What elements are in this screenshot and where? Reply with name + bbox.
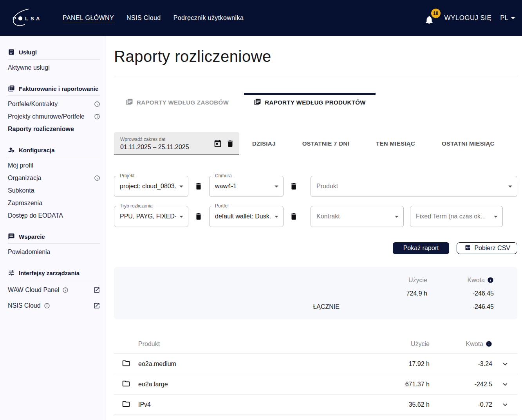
fixed-term-select[interactable]: Fixed Term (na czas ok... [410,206,503,227]
clear-project-button[interactable] [194,182,203,191]
clear-date-button[interactable] [226,139,235,148]
table-row[interactable]: eo2a.medium 17.92 h -3.24 [114,354,517,374]
info-icon[interactable] [94,175,100,181]
report-tab[interactable]: RAPORTY WEDŁUG ZASOBÓW [116,93,238,112]
wallet-select[interactable]: Portfel default wallet: Dusk... [209,206,284,227]
product-usage: 35.62 h [351,401,430,408]
trash-icon [226,139,235,148]
folder-icon [122,400,138,410]
billing-mode-value: PPU, PAYG, FIXED-T... [120,213,176,220]
cloud-select-label: Chmura [213,173,233,178]
nav-link[interactable]: NSIS Cloud [126,14,161,22]
info-icon[interactable] [44,303,50,309]
quick-ranges: DZISIAJOSTATNIE 7 DNITEN MIESIĄCOSTATNI … [252,140,495,147]
sidebar-item[interactable]: Dostęp do EODATA [8,209,100,222]
cloud-select[interactable]: Chmura waw4-1 [209,176,284,197]
contract-select-placeholder: Kontrakt [316,213,392,220]
chevron-down-icon[interactable] [492,400,509,409]
table-row[interactable]: eo2a.large 671.37 h -242.5 [114,374,517,395]
info-icon[interactable] [487,277,494,283]
external-link-icon[interactable] [93,302,100,309]
summary-panel: Użycie Kwota 724.9 h -246.45 ŁĄCZNIE -24… [114,267,517,319]
info-icon[interactable] [94,101,100,107]
quick-range-button[interactable]: OSTATNIE 7 DNI [302,140,349,147]
language-selector[interactable]: PL [500,14,515,22]
report-tab[interactable]: RAPORTY WEDŁUG PRODUKTÓW [244,93,376,112]
sidebar-item[interactable]: Raporty rozliczeniowe [8,123,100,135]
sidebar-item[interactable]: Zaproszenia [8,197,100,209]
dropdown-arrow-icon [275,186,278,187]
sidebar-item[interactable]: Mój profil [8,159,100,172]
nav-link[interactable]: Podręcznik użytkownika [173,14,244,22]
summary-amount-total: -246.45 [427,300,494,313]
polsa-logo[interactable]: P L S A [11,7,57,29]
notification-badge: 18 [431,9,441,18]
product-select-placeholder: Produkt [316,183,505,190]
info-icon[interactable] [94,114,100,120]
clear-cloud-button[interactable] [289,182,298,191]
svg-text:A: A [36,16,40,22]
info-icon[interactable] [62,287,69,293]
sidebar-item-label: Portfele/Kontrakty [8,101,58,108]
chevron-down-icon[interactable] [492,380,509,389]
product-select[interactable]: Produkt [311,176,517,197]
date-row: Wprowadź zakres dat 01.11.2025 – 25.11.2… [114,132,517,155]
sidebar-section: Wsparcie Powiadomienia [8,232,100,258]
section-divider [8,96,100,96]
notifications-button[interactable]: 18 [424,10,437,26]
sidebar-item-label: Raporty rozliczeniowe [8,126,74,133]
logout-button[interactable]: WYLOGUJ SIĘ [444,14,492,22]
products-table: Produkt Użycie Kwota eo2a.medium 17.92 h… [114,334,517,415]
billing-mode-select[interactable]: Tryb rozliczania PPU, PAYG, FIXED-T... [114,206,188,227]
clear-wallet-button[interactable] [289,212,298,221]
sidebar-item-label: Projekty chmurowe/Portfele [8,113,85,120]
table-header: Produkt Użycie Kwota [114,334,517,354]
project-select[interactable]: Projekt project: cloud_0803... [114,176,188,197]
sidebar-item[interactable]: WAW Cloud Panel [8,282,100,298]
sidebar-item[interactable]: Powiadomienia [8,246,100,258]
chevron-down-icon[interactable] [492,360,509,368]
clear-billing-mode-button[interactable] [194,212,203,221]
language-label: PL [500,14,508,22]
date-range-label: Wprowadź zakres dat [120,137,210,142]
download-csv-button[interactable]: Pobierz CSV [457,242,517,254]
summary-usage-header: Użycie [349,274,427,287]
trash-icon [289,212,298,221]
external-link-icon[interactable] [93,287,100,294]
download-csv-label: Pobierz CSV [474,245,510,252]
dropdown-arrow-icon [179,216,183,218]
quick-range-button[interactable]: TEN MIESIĄC [376,140,415,147]
contract-select[interactable]: Kontrakt [311,206,404,227]
sidebar-item[interactable]: NSIS Cloud [8,298,100,314]
pdf-file-icon [464,245,471,252]
info-icon[interactable] [486,341,492,347]
main-nav: PANEL GŁÓWNYNSIS CloudPodręcznik użytkow… [63,14,244,22]
library-icon [8,85,15,92]
calendar-icon [213,139,222,148]
wallet-select-value: default wallet: Dusk... [215,213,271,220]
library-icon [126,98,133,107]
sidebar-item-label: Powiadomienia [8,249,51,256]
chat-icon [8,233,15,240]
section-divider [8,157,100,157]
svg-text:L: L [25,16,28,22]
quick-range-button[interactable]: DZISIAJ [252,140,276,147]
section-divider [8,280,100,280]
dropdown-arrow-icon [494,216,498,218]
calendar-button[interactable] [213,139,222,148]
sidebar-item[interactable]: Aktywne usługi [8,61,100,74]
quick-range-button[interactable]: OSTATNI MIESIĄC [442,140,495,147]
sidebar-section-title: Konfiguracja [19,147,55,153]
sidebar-item[interactable]: Organizacja [8,172,100,184]
tune-icon [8,269,15,276]
sidebar-item[interactable]: Subkonta [8,184,100,197]
sidebar-item[interactable]: Projekty chmurowe/Portfele [8,110,100,123]
table-row[interactable]: IPv4 35.62 h -0.72 [114,395,517,415]
show-report-button[interactable]: Pokaż raport [393,242,450,254]
nav-link[interactable]: PANEL GŁÓWNY [63,14,114,22]
wallet-select-label: Portfel [213,203,230,209]
date-range-input[interactable]: Wprowadź zakres dat 01.11.2025 – 25.11.2… [114,132,239,155]
section-divider [8,59,100,59]
sidebar-item[interactable]: Portfele/Kontrakty [8,98,100,110]
dropdown-arrow-icon [179,186,183,187]
